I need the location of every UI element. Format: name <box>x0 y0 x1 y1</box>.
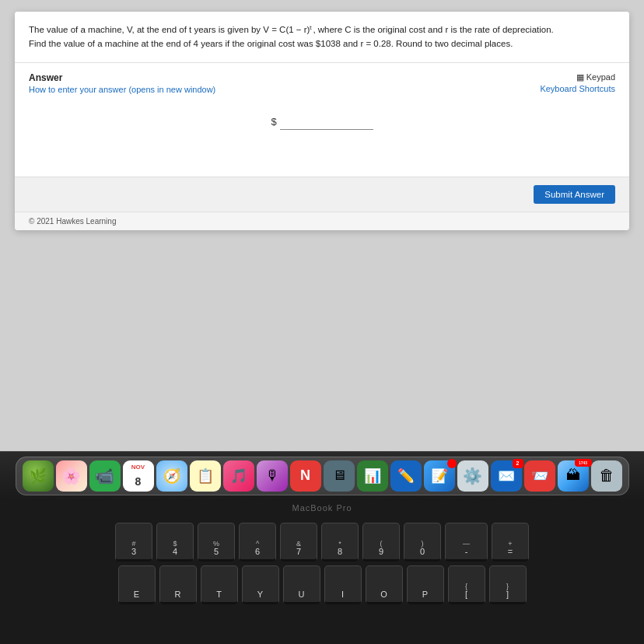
keynote-badge <box>447 459 457 468</box>
key-8[interactable]: * 8 <box>321 523 359 562</box>
dock: 🌿 🌸 📹 NOV 8 🧭 📋 🎵 🎙 <box>16 457 629 495</box>
key-3[interactable]: # 3 <box>115 523 152 562</box>
key-minus-bottom: - <box>465 548 468 556</box>
key-y-bottom: Y <box>257 590 263 599</box>
key-t-bottom: T <box>216 590 222 599</box>
question-text-2: Find the value of a machine at the end o… <box>29 37 615 51</box>
answer-label: Answer <box>29 72 215 83</box>
answer-header: Answer How to enter your answer (opens i… <box>29 72 615 94</box>
key-8-bottom: 8 <box>338 548 342 556</box>
dock-item-monitor[interactable]: 🖥 <box>324 460 355 492</box>
key-equals-bottom: = <box>508 548 513 556</box>
key-9[interactable]: ( 9 <box>362 523 400 562</box>
key-row-qwerty: E R T Y U I O P { <box>16 565 628 604</box>
key-0-bottom: 0 <box>420 548 425 556</box>
key-9-bottom: 9 <box>379 548 383 556</box>
key-r-bottom: R <box>175 590 181 599</box>
answer-left: Answer How to enter your answer (opens i… <box>29 72 215 94</box>
key-e[interactable]: E <box>118 565 156 604</box>
question-text: The value of a machine, V, at the end of… <box>29 23 615 37</box>
dock-item-photos2[interactable]: 🏔 1743 <box>558 460 589 492</box>
input-row: $ <box>29 100 615 177</box>
key-e-bottom: E <box>134 590 139 599</box>
dock-item-numbers[interactable]: 📊 <box>357 460 388 492</box>
submit-button[interactable]: Submit Answer <box>534 185 615 204</box>
dock-item-podcasts[interactable]: 🎙 <box>257 460 288 492</box>
macbook-text: MacBook Pro <box>292 503 352 513</box>
key-6[interactable]: ^ 6 <box>239 523 276 562</box>
key-3-bottom: 3 <box>131 548 136 556</box>
answer-input[interactable] <box>280 114 373 130</box>
keypad-icon: ▦ <box>576 72 584 82</box>
macbook-label: MacBook Pro <box>0 499 644 516</box>
dock-item-photos[interactable]: 🌸 <box>56 460 87 492</box>
browser-window: The value of a machine, V, at the end of… <box>15 12 629 230</box>
key-bracket-open[interactable]: { [ <box>448 565 485 604</box>
key-y[interactable]: Y <box>242 565 279 604</box>
answer-area: Answer How to enter your answer (opens i… <box>15 63 629 177</box>
dock-item-news[interactable]: N <box>290 460 321 492</box>
dock-item-keynote[interactable]: 📝 <box>424 460 455 492</box>
key-t[interactable]: T <box>201 565 238 604</box>
dock-item-notes[interactable]: 📋 <box>190 460 221 492</box>
dock-area: 🌿 🌸 📹 NOV 8 🧭 📋 🎵 🎙 <box>0 451 644 499</box>
keyboard-shortcuts-link[interactable]: Keyboard Shortcuts <box>540 84 615 93</box>
key-o[interactable]: O <box>366 565 403 604</box>
question-area: The value of a machine, V, at the end of… <box>15 12 629 63</box>
dock-item-trash[interactable]: 🗑 <box>591 460 622 492</box>
key-u-bottom: U <box>299 590 305 599</box>
dock-item-calendar[interactable]: NOV 8 <box>123 460 154 492</box>
key-5-bottom: 5 <box>214 548 219 556</box>
key-equals[interactable]: + = <box>492 523 529 562</box>
key-4-bottom: 4 <box>173 548 177 556</box>
key-r[interactable]: R <box>159 565 197 604</box>
key-p-bottom: P <box>422 590 428 599</box>
key-row-numbers: # 3 $ 4 % 5 ^ 6 & 7 * 8 ( 9 ) 0 <box>16 523 628 562</box>
key-p[interactable]: P <box>407 565 444 604</box>
key-6-bottom: 6 <box>255 548 260 556</box>
dock-item-pencil[interactable]: ✏️ <box>390 460 422 492</box>
how-to-enter-link[interactable]: How to enter your answer (opens in new w… <box>29 85 215 94</box>
mail-badge: 2 <box>513 459 523 468</box>
dock-item-finder[interactable]: 🌿 <box>23 460 54 492</box>
key-bracket-open-bottom: [ <box>465 590 467 599</box>
screen: The value of a machine, V, at the end of… <box>0 0 644 451</box>
key-4[interactable]: $ 4 <box>156 523 194 562</box>
photos2-badge: 1743 <box>575 459 592 467</box>
key-u[interactable]: U <box>283 565 320 604</box>
key-0[interactable]: ) 0 <box>404 523 441 562</box>
keypad-label: Keypad <box>586 72 615 82</box>
key-o-bottom: O <box>380 590 387 599</box>
key-7[interactable]: & 7 <box>280 523 317 562</box>
copyright: © 2021 Hawkes Learning <box>15 212 629 230</box>
key-bracket-close[interactable]: } ] <box>489 565 527 604</box>
key-i-bottom: I <box>341 590 344 599</box>
dollar-sign: $ <box>271 116 276 128</box>
key-5[interactable]: % 5 <box>198 523 235 562</box>
key-minus[interactable]: — - <box>445 523 488 562</box>
key-bracket-close-bottom: ] <box>506 590 509 599</box>
dock-item-system-prefs[interactable]: ⚙️ <box>457 460 488 492</box>
dock-item-safari[interactable]: 🧭 <box>156 460 187 492</box>
dock-item-mail[interactable]: ✉️ 2 <box>491 460 522 492</box>
keypad-button[interactable]: ▦ Keypad <box>576 72 615 82</box>
key-7-bottom: 7 <box>296 548 301 556</box>
dock-item-mail2[interactable]: 📨 <box>524 460 555 492</box>
key-i[interactable]: I <box>324 565 362 604</box>
submit-row: Submit Answer <box>15 177 629 212</box>
dock-item-facetime[interactable]: 📹 <box>89 460 121 492</box>
dock-item-music[interactable]: 🎵 <box>223 460 254 492</box>
keyboard-area: # 3 $ 4 % 5 ^ 6 & 7 * 8 ( 9 ) 0 <box>0 516 644 604</box>
right-tools: ▦ Keypad Keyboard Shortcuts <box>540 72 615 93</box>
